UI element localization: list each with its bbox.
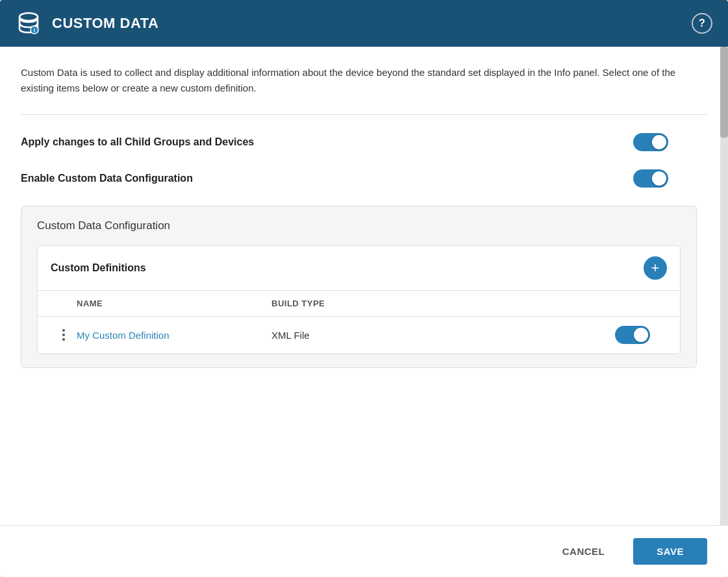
modal-header: ! CUSTOM DATA ? [0, 0, 728, 47]
help-button[interactable]: ? [692, 13, 712, 34]
enable-config-row: Enable Custom Data Configuration [21, 169, 707, 188]
add-definition-button[interactable]: + [644, 256, 667, 280]
dot-1 [62, 329, 65, 332]
enable-config-toggle[interactable] [633, 169, 668, 188]
col-build-type-header: BUILD TYPE [271, 299, 615, 308]
content-area: Custom Data is used to collect and displ… [0, 47, 728, 525]
divider [21, 114, 707, 115]
save-button[interactable]: SAVE [633, 538, 707, 565]
definitions-header: Custom Definitions + [38, 246, 680, 291]
col-spacer [51, 299, 77, 308]
modal-container: ! CUSTOM DATA ? Custom Data is used to c… [0, 0, 728, 577]
definitions-card: Custom Definitions + NAME BUILD TYPE [37, 245, 681, 354]
header-left: ! CUSTOM DATA [16, 10, 158, 36]
dot-3 [62, 338, 65, 341]
apply-changes-toggle[interactable] [633, 133, 668, 151]
definitions-title: Custom Definitions [51, 262, 146, 274]
config-section: Custom Data Configuration Custom Definit… [21, 206, 697, 368]
svg-text:!: ! [34, 27, 36, 34]
apply-changes-label: Apply changes to all Child Groups and De… [21, 136, 254, 148]
scrollbar-thumb[interactable] [720, 47, 728, 138]
definition-toggle[interactable] [615, 326, 650, 344]
description-text: Custom Data is used to collect and displ… [21, 65, 707, 96]
apply-changes-row: Apply changes to all Child Groups and De… [21, 133, 707, 151]
modal-footer: CANCEL SAVE [0, 525, 728, 577]
row-menu-button[interactable] [51, 329, 77, 341]
svg-point-0 [19, 13, 38, 21]
enable-config-label: Enable Custom Data Configuration [21, 173, 193, 184]
config-section-title: Custom Data Configuration [37, 219, 681, 232]
definition-build-type: XML File [271, 330, 615, 341]
definition-name-link[interactable]: My Custom Definition [77, 330, 271, 341]
scrollbar-track[interactable] [720, 47, 728, 525]
table-row: My Custom Definition XML File [38, 317, 680, 354]
col-name-header: NAME [77, 299, 271, 308]
custom-data-icon: ! [16, 10, 42, 36]
table-header: NAME BUILD TYPE [38, 291, 680, 317]
dot-2 [62, 334, 65, 336]
page-title: CUSTOM DATA [52, 15, 158, 32]
cancel-button[interactable]: CANCEL [544, 538, 623, 565]
col-toggle-header [615, 299, 667, 308]
